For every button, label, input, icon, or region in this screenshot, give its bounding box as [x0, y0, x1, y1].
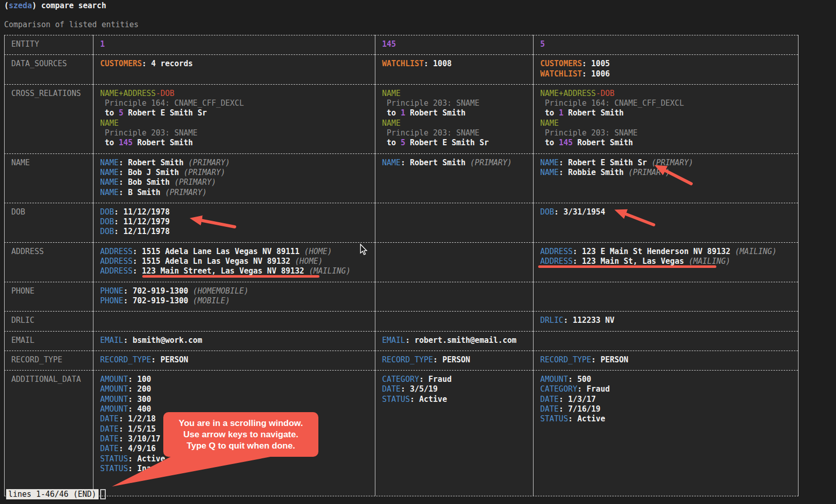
cell-line: NAME: Robert Smith (PRIMARY) — [100, 158, 369, 168]
page-title: Comparison of listed entities — [4, 20, 139, 29]
table-row-email: EMAILEMAIL: bsmith@work.comEMAIL: robert… — [4, 331, 798, 351]
field-key: AMOUNT — [100, 395, 128, 404]
field-value: : 1/5/15 — [119, 424, 156, 434]
field-qualifier: (HOME) — [290, 257, 322, 266]
cell-line: 1 — [100, 40, 369, 49]
row-label: CROSS_RELATIONS — [4, 84, 93, 153]
cell-line: ADDRESS: 1515 Adela Ln Las Vegas NV 8913… — [100, 257, 369, 266]
field-key: RECORD_TYPE — [382, 355, 433, 364]
cell-line: AMOUNT: 500 — [540, 375, 792, 384]
field-key: ADDRESS — [100, 257, 132, 266]
cell-line: NAME: Robert Smith (PRIMARY) — [382, 158, 527, 168]
field-key: PHONE — [100, 296, 123, 305]
match-key: NAME+ADDRESS — [100, 89, 156, 98]
entity-cell: WATCHLIST: 1008 — [375, 54, 533, 84]
field-value: : 300 — [128, 395, 151, 404]
cell-line: STATUS: Inactive — [100, 464, 369, 474]
field-value: : B Smith — [119, 188, 160, 197]
entity-cell: DOB: 3/31/1954 — [533, 203, 798, 242]
cell-line: NAME: Robert E Smith Sr (PRIMARY) — [540, 158, 792, 168]
field-value: : 123 Main St, Las Vegas — [573, 257, 684, 266]
principle-text: Principle 203: SNAME — [100, 128, 198, 138]
match-key: NAME — [382, 119, 401, 128]
cell-line: DATE: 7/16/19 — [540, 404, 792, 414]
field-qualifier: (MAILING) — [684, 257, 730, 266]
field-key: EMAIL — [100, 336, 123, 345]
field-key: DATE — [100, 444, 119, 453]
cell-line: ADDRESS: 1515 Adela Lane Las Vegas NV 89… — [100, 247, 369, 257]
entity-cell: EMAIL: bsmith@work.com — [93, 331, 375, 351]
callout-line-3: Type Q to quit when done. — [186, 440, 295, 452]
cell-line: Principle 203: SNAME — [382, 99, 527, 108]
field-key: ADDRESS — [540, 247, 573, 256]
cell-line: CATEGORY: Fraud — [540, 384, 792, 394]
cell-line: to 145 Robert Smith — [100, 138, 369, 148]
entity-cell: 145 — [375, 35, 533, 54]
cell-line: 145 — [382, 40, 527, 49]
field-key: RECORD_TYPE — [540, 355, 591, 364]
cell-line: Principle 164: CNAME_CFF_DEXCL — [100, 99, 369, 108]
terminal-screen[interactable]: (szeda) compare search Comparison of lis… — [0, 0, 836, 504]
related-entity-name: Robert E Smith Sr — [405, 138, 489, 147]
field-qualifier: (MAILING) — [304, 266, 350, 276]
field-value: : Active — [128, 454, 165, 463]
row-label-text: ADDITIONAL_DATA — [11, 375, 81, 384]
callout-line-2: Use arrow keys to navigate. — [183, 429, 298, 440]
cell-line: PHONE: 702-919-1300 (MOBILE) — [100, 296, 369, 306]
cell-line: to 1 Robert Smith — [382, 108, 527, 118]
cell-line: to 5 Robert E Smith Sr — [382, 138, 527, 148]
field-value: : 11/12/1978 — [114, 207, 169, 217]
match-key-minus: -DOB — [156, 89, 174, 98]
field-key: STATUS — [540, 414, 568, 423]
match-key: NAME+ADDRESS — [540, 89, 596, 98]
field-key: DOB — [100, 227, 114, 236]
related-entity-name: Robert Smith — [563, 108, 623, 118]
field-qualifier: (PRIMARY) — [624, 168, 670, 177]
entity-id: 145 — [382, 40, 396, 49]
cell-line: CUSTOMERS: 1005 — [540, 59, 792, 69]
field-value: : 1005 — [582, 59, 610, 68]
entity-cell: NAME: Robert E Smith Sr (PRIMARY)NAME: R… — [533, 153, 798, 203]
field-qualifier: (PRIMARY) — [466, 158, 512, 167]
field-value: : 3/5/19 — [401, 384, 438, 394]
field-key: NAME — [540, 168, 559, 177]
field-value: : 1/3/17 — [559, 395, 596, 404]
field-qualifier: (MOBILE) — [188, 296, 230, 305]
entity-cell: ADDRESS: 123 E Main St Henderson NV 8913… — [533, 242, 798, 282]
field-qualifier: (PRIMARY) — [647, 158, 693, 167]
row-label: ADDRESS — [4, 242, 93, 282]
cell-line: RECORD_TYPE: PERSON — [540, 355, 792, 365]
row-label: NAME — [4, 153, 93, 203]
table-row-record_type: RECORD_TYPERECORD_TYPE: PERSONRECORD_TYP… — [4, 351, 798, 370]
cell-line: AMOUNT: 100 — [100, 375, 369, 384]
field-value: : 11/12/1979 — [114, 217, 169, 226]
field-value: : Active — [410, 395, 447, 404]
related-entity-name: Robert Smith — [573, 138, 633, 147]
comparison-table: ENTITY11455DATA_SOURCESCUSTOMERS: 4 reco… — [4, 35, 799, 496]
field-value: : PERSON — [591, 355, 628, 364]
field-value: : 7/16/19 — [559, 404, 600, 414]
related-entity-id: 1 — [401, 108, 405, 118]
field-key: DATE — [100, 434, 119, 443]
row-label: PHONE — [4, 282, 93, 312]
entity-cell: RECORD_TYPE: PERSON — [375, 351, 533, 370]
cell-line: NAME+ADDRESS-DOB — [540, 89, 792, 99]
table-row-address: ADDRESSADDRESS: 1515 Adela Lane Las Vega… — [4, 242, 798, 282]
cell-line: Principle 164: CNAME_CFF_DEXCL — [540, 99, 792, 108]
field-qualifier: (MAILING) — [730, 247, 776, 256]
cell-line: STATUS: Active — [540, 414, 792, 424]
cell-line: RECORD_TYPE: PERSON — [100, 355, 369, 365]
entity-cell: PHONE: 702-919-1300 (HOMEMOBILE)PHONE: 7… — [93, 282, 375, 312]
related-to-text: to — [100, 108, 119, 118]
field-value: : 200 — [128, 384, 151, 394]
entity-cell: NAME: Robert Smith (PRIMARY) — [375, 153, 533, 203]
entity-cell: NAME+ADDRESS-DOB Principle 164: CNAME_CF… — [533, 84, 798, 153]
field-key: ADDRESS — [100, 247, 132, 256]
table-row-name: NAMENAME: Robert Smith (PRIMARY)NAME: Bo… — [4, 153, 798, 203]
field-key: STATUS — [100, 454, 128, 463]
row-label: ADDITIONAL_DATA — [4, 370, 93, 496]
field-key: NAME — [382, 158, 401, 167]
entity-cell: CUSTOMERS: 1005WATCHLIST: 1006 — [533, 54, 798, 84]
field-value: : Bob J Smith — [119, 168, 179, 177]
table-row-cross_relations: CROSS_RELATIONSNAME+ADDRESS-DOB Principl… — [4, 84, 798, 153]
